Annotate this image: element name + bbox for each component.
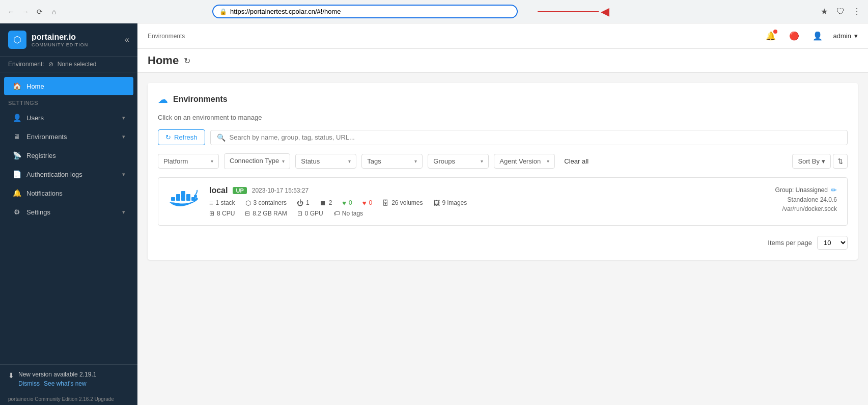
chevron-down-icon: ▾: [122, 115, 125, 121]
edition-label: COMMUNITY EDITION: [32, 42, 88, 47]
notifications-button[interactable]: 🔔: [763, 29, 778, 44]
refresh-button[interactable]: ↻ Refresh: [158, 129, 205, 145]
volumes-value: 26 volumes: [391, 199, 423, 206]
images-icon: 🖼: [433, 199, 440, 207]
running-stat: ⏻ 1: [297, 199, 310, 207]
sort-area: Sort By ▾ ⇅: [792, 154, 848, 169]
connection-type-label: Connection Type: [230, 157, 279, 166]
status-badge: UP: [233, 187, 246, 194]
docker-whale-icon: [169, 186, 199, 211]
stacks-value: 1 stack: [216, 199, 235, 206]
svg-point-9: [194, 195, 197, 198]
page-refresh-button[interactable]: ↻: [184, 56, 190, 66]
new-version-text: New version available 2.19.1: [18, 371, 96, 378]
volumes-stat: 🗄 26 volumes: [382, 199, 423, 207]
user-menu[interactable]: admin ▾: [833, 32, 858, 40]
username-label: admin: [833, 32, 851, 40]
sidebar-item-settings[interactable]: ⚙ Settings ▾: [4, 203, 133, 221]
forward-button[interactable]: →: [19, 6, 32, 18]
notification-badge: [773, 30, 777, 34]
svg-rect-1: [176, 194, 180, 198]
env-name[interactable]: local: [209, 186, 228, 195]
platform-filter[interactable]: Platform ▾: [158, 154, 219, 169]
app-name: portainer.io: [32, 32, 88, 42]
svg-rect-2: [176, 197, 180, 201]
sidebar-item-users[interactable]: 👤 Users ▾: [4, 109, 133, 127]
environment-label: Environment:: [8, 61, 44, 68]
stacks-stat: ≡ 1 stack: [209, 199, 235, 207]
agent-version-label: Agent Version: [499, 157, 544, 165]
reload-button[interactable]: ⟳: [34, 6, 46, 18]
security-icon: 🔒: [219, 8, 227, 15]
sidebar-item-environments[interactable]: 🖥 Environments ▾: [4, 127, 133, 146]
images-value: 9 images: [442, 199, 467, 206]
volumes-icon: 🗄: [382, 199, 389, 207]
sidebar-item-home[interactable]: 🏠 Home: [4, 77, 133, 95]
nav-buttons: ← → ⟳ ⌂: [5, 6, 60, 18]
connection-type-chevron-icon: ▾: [282, 158, 285, 164]
unhealthy-icon: ♥: [362, 199, 367, 207]
environment-value: None selected: [58, 61, 97, 68]
search-input[interactable]: [230, 133, 841, 141]
env-timestamp: 2023-10-17 15:53:27: [252, 187, 309, 194]
tags-filter[interactable]: Tags ▾: [361, 154, 423, 169]
back-button[interactable]: ←: [5, 6, 17, 18]
url-input[interactable]: [230, 8, 511, 15]
cpu-icon: ⊞: [209, 210, 214, 217]
connection-type-filter[interactable]: Connection Type ▾: [224, 153, 290, 169]
bookmark-button[interactable]: ★: [818, 6, 830, 18]
settings-section-label: Settings: [0, 96, 137, 108]
user-icon-button[interactable]: 👤: [810, 29, 825, 44]
groups-chevron-icon: ▾: [481, 158, 483, 164]
running-icon: ⏻: [297, 199, 303, 207]
items-per-page-select[interactable]: 10 25 50 100: [817, 236, 848, 250]
group-row: Group: Unassigned ✏: [775, 186, 837, 194]
home-button[interactable]: ⌂: [48, 6, 60, 18]
dismiss-link[interactable]: Dismiss: [18, 380, 40, 387]
sidebar-item-label-auth-logs: Authentication logs: [26, 171, 117, 178]
notifications-icon: 🔔: [12, 189, 21, 197]
sidebar-item-label-registries: Registries: [26, 152, 125, 159]
breadcrumb: Environments: [148, 33, 185, 40]
content-area: ☁ Environments Click on an environment t…: [137, 73, 868, 405]
pagination-row: Items per page 10 25 50 100: [158, 236, 848, 250]
stopped-value: 2: [329, 199, 332, 206]
items-per-page-label: Items per page: [768, 239, 812, 247]
menu-button[interactable]: ⋮: [851, 6, 863, 18]
collapse-sidebar-button[interactable]: «: [125, 35, 129, 44]
sort-by-chevron-icon: ▾: [822, 157, 825, 165]
sidebar-item-auth-logs[interactable]: 📄 Authentication logs ▾: [4, 165, 133, 183]
status-filter[interactable]: Status ▾: [295, 154, 356, 169]
address-bar[interactable]: 🔒: [212, 5, 518, 18]
svg-rect-6: [186, 197, 190, 201]
shield-button[interactable]: 🛡: [834, 6, 847, 18]
chevron-down-icon-env: ▾: [122, 133, 125, 140]
environments-icon: 🖥: [12, 132, 21, 141]
portainer-logo-symbol: ⬡: [13, 34, 21, 45]
sort-order-button[interactable]: ⇅: [833, 154, 848, 169]
svg-rect-4: [181, 194, 185, 198]
whats-new-link[interactable]: See what's new: [44, 380, 87, 387]
docker-logo: [169, 186, 199, 211]
platform-filter-label: Platform: [163, 157, 208, 165]
tags-value: No tags: [342, 210, 363, 217]
tags-chevron-icon: ▾: [414, 158, 417, 164]
groups-filter[interactable]: Groups ▾: [428, 154, 489, 169]
users-icon: 👤: [12, 114, 21, 122]
agent-version-filter[interactable]: Agent Version ▾: [494, 154, 555, 169]
alerts-button[interactable]: 🔴: [787, 29, 802, 44]
platform-chevron-icon: ▾: [211, 158, 213, 164]
panel-title: Environments: [173, 95, 228, 104]
edit-group-icon[interactable]: ✏: [831, 186, 837, 194]
environment-card-local[interactable]: local UP 2023-10-17 15:53:27 ≡ 1 stack ⬡: [158, 177, 848, 226]
environment-selector[interactable]: Environment: ⊘ None selected: [0, 57, 137, 72]
sidebar-item-label-settings: Settings: [26, 208, 117, 216]
sidebar-item-registries[interactable]: 📡 Registries: [4, 146, 133, 165]
clear-all-button[interactable]: Clear all: [560, 155, 593, 167]
new-version-banner: ⬇ New version available 2.19.1 Dismiss S…: [8, 371, 129, 387]
sidebar-item-notifications[interactable]: 🔔 Notifications: [4, 184, 133, 202]
standalone-info: Standalone 24.0.6: [788, 196, 837, 203]
cpu-meta: ⊞ 8 CPU: [209, 210, 235, 217]
env-right-info: Group: Unassigned ✏ Standalone 24.0.6 /v…: [775, 186, 837, 212]
sort-by-button[interactable]: Sort By ▾: [792, 154, 831, 169]
